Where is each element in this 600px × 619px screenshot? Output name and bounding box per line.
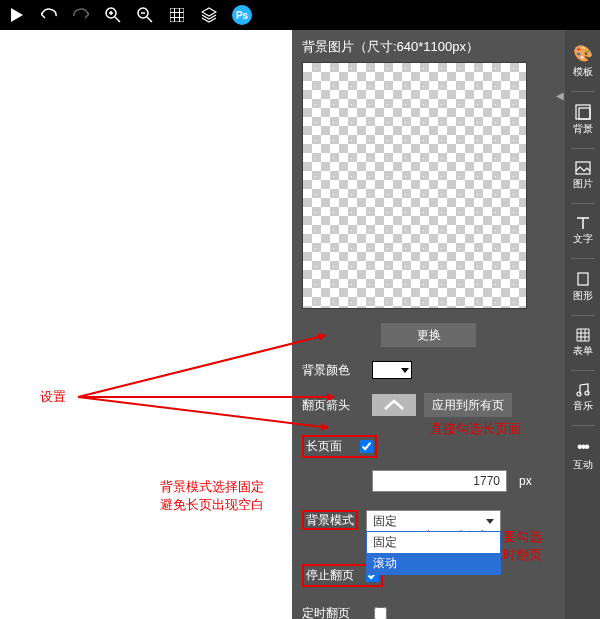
px-unit: px (519, 474, 532, 488)
right-sidebar: 🎨 模板 背景 图片 文字 图形 表单 音乐 (565, 30, 600, 619)
long-page-checkbox[interactable] (360, 440, 373, 453)
panel-collapse-icon[interactable]: ◀ (555, 85, 565, 105)
background-icon (575, 104, 591, 120)
play-icon[interactable] (8, 6, 26, 24)
flip-arrow-indicator[interactable] (372, 394, 416, 416)
grid-icon[interactable] (168, 6, 186, 24)
svg-line-1 (115, 17, 120, 22)
sidebar-item-background[interactable]: 背景 (565, 100, 600, 140)
form-icon (576, 328, 590, 342)
bg-color-picker[interactable] (372, 361, 412, 379)
bg-image-preview[interactable] (302, 62, 527, 309)
stop-flip-label: 停止翻页 (306, 567, 354, 584)
shape-icon (576, 271, 590, 287)
svg-line-5 (147, 17, 152, 22)
image-icon (575, 161, 591, 175)
palette-icon: 🎨 (573, 44, 593, 63)
bg-mode-select[interactable]: 固定 固定 滚动 (366, 510, 501, 532)
bg-mode-option-fixed[interactable]: 固定 (367, 532, 500, 553)
undo-icon[interactable] (40, 6, 58, 24)
layers-icon[interactable] (200, 6, 218, 24)
svg-point-14 (585, 391, 589, 395)
sidebar-item-shape[interactable]: 图形 (565, 267, 600, 307)
sidebar-item-form[interactable]: 表单 (565, 324, 600, 362)
zoom-in-icon[interactable] (104, 6, 122, 24)
svg-rect-9 (576, 162, 590, 174)
sidebar-item-text[interactable]: 文字 (565, 212, 600, 250)
zoom-out-icon[interactable] (136, 6, 154, 24)
bg-mode-dropdown[interactable]: 固定 滚动 (366, 531, 501, 575)
long-page-height-input[interactable] (372, 470, 507, 492)
bg-mode-option-scroll[interactable]: 滚动 (367, 553, 500, 574)
long-page-highlight: 长页面 (302, 435, 377, 458)
long-page-label: 长页面 (306, 438, 342, 455)
timed-flip-label: 定时翻页 (302, 605, 350, 619)
text-icon (576, 216, 590, 230)
bg-color-label: 背景颜色 (302, 362, 364, 379)
interact-icon: ••• (577, 438, 588, 456)
sidebar-item-template[interactable]: 🎨 模板 (565, 40, 600, 83)
svg-rect-7 (576, 105, 590, 119)
bg-image-title: 背景图片（尺寸:640*1100px） (302, 38, 555, 56)
svg-point-13 (577, 392, 581, 396)
apply-all-button[interactable]: 应用到所有页 (424, 393, 512, 417)
top-toolbar: Ps (0, 0, 600, 30)
sidebar-item-image[interactable]: 图片 (565, 157, 600, 195)
bg-mode-label: 背景模式 (306, 512, 354, 529)
properties-panel: 背景图片（尺寸:640*1100px） 更换 背景颜色 翻页箭头 应用到所有页 … (292, 30, 565, 619)
svg-rect-8 (579, 108, 590, 119)
flip-arrow-label: 翻页箭头 (302, 397, 364, 414)
canvas-area[interactable] (0, 30, 292, 619)
replace-button[interactable]: 更换 (381, 323, 476, 347)
sidebar-item-music[interactable]: 音乐 (565, 379, 600, 417)
sidebar-item-interact[interactable]: ••• 互动 (565, 434, 600, 476)
music-icon (576, 383, 590, 397)
redo-icon[interactable] (72, 6, 90, 24)
svg-rect-12 (578, 273, 588, 285)
ps-badge-icon[interactable]: Ps (232, 5, 252, 25)
timed-flip-checkbox[interactable] (374, 607, 387, 619)
